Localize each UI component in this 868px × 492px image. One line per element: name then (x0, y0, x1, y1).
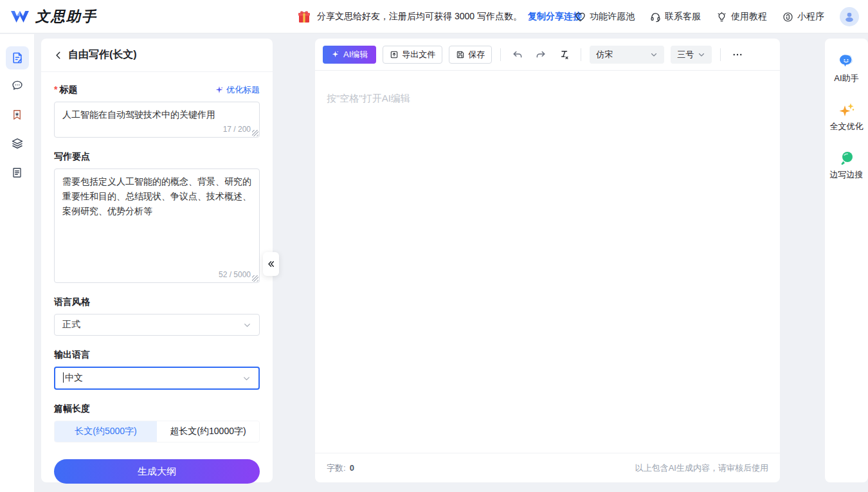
language-select[interactable]: 中文 (54, 367, 260, 390)
export-file-button[interactable]: 导出文件 (383, 46, 442, 64)
editor-statusbar: 字数: 0 以上包含AI生成内容，请审核后使用 (315, 453, 780, 482)
rail-item-documents[interactable] (7, 162, 28, 183)
right-tools-sidebar: AI助手 全文优化 边写边搜 (825, 39, 868, 482)
optimize-title-button[interactable]: 优化标题 (215, 84, 260, 96)
panel-title: 自由写作(长文) (68, 48, 137, 62)
toolbar-divider (581, 48, 581, 61)
undo-button[interactable] (509, 46, 526, 63)
more-button[interactable] (729, 46, 746, 63)
required-mark: * (54, 84, 57, 95)
tool-search-while-writing[interactable]: 边写边搜 (825, 150, 868, 181)
panel-header: 自由写作(长文) (41, 39, 273, 72)
toolbar-divider (720, 48, 721, 61)
title-field-header: *标题 优化标题 (54, 84, 260, 96)
word-count: 字数: 0 (327, 462, 354, 474)
word-count-value: 0 (350, 463, 354, 473)
logo-icon (10, 10, 30, 24)
panel-body: *标题 优化标题 人工智能在自动驾驶技术中的关键作用 17 / 200 (41, 72, 273, 484)
points-label: 写作要点 (54, 151, 90, 163)
layers-icon (11, 137, 24, 150)
gift-icon (297, 10, 311, 24)
toolbar-divider (500, 48, 501, 61)
points-field-header: 写作要点 (54, 150, 260, 163)
chevron-down-icon (650, 51, 658, 59)
rail-item-writing[interactable] (6, 46, 29, 69)
length-segment-control: 长文(约5000字) 超长文(约10000字) (54, 421, 260, 442)
length-label: 篇幅长度 (54, 403, 90, 415)
save-label: 保存 (468, 49, 485, 60)
miniprogram-icon (782, 12, 793, 23)
editor-content-area[interactable] (315, 71, 780, 453)
collapse-panel-button[interactable] (263, 252, 279, 276)
app-logo[interactable]: 文思助手 (10, 0, 97, 33)
length-option-long[interactable]: 长文(约5000字) (55, 421, 157, 442)
sparkles-icon (838, 102, 855, 118)
nav-label: 联系客服 (665, 11, 701, 23)
top-header: 文思助手 分享文思给好友，注册后均可获得 3000 写作点数。 复制分享连接 (0, 0, 868, 33)
length-option-extra-long[interactable]: 超长文(约10000字) (157, 421, 259, 442)
nav-tutorial[interactable]: 使用教程 (716, 11, 767, 23)
editor-toolbar: AI编辑 导出文件 (315, 39, 780, 71)
user-avatar[interactable] (840, 7, 859, 26)
app-root: 文思助手 分享文思给好友，注册后均可获得 3000 写作点数。 复制分享连接 (0, 0, 868, 492)
export-icon (390, 50, 399, 59)
style-label: 语言风格 (54, 296, 90, 308)
headset-icon (650, 12, 661, 23)
tool-label: 边写边搜 (830, 169, 863, 181)
text-cursor (63, 372, 64, 383)
nav-wishpool[interactable]: 功能许愿池 (575, 11, 635, 23)
resize-handle[interactable] (252, 130, 258, 136)
ai-content-notice: 以上包含AI生成内容，请审核后使用 (635, 462, 768, 474)
nav-support[interactable]: 联系客服 (650, 11, 701, 23)
nav-miniprogram[interactable]: 小程序 (782, 11, 824, 23)
editor-panel: AI编辑 导出文件 (315, 39, 780, 482)
language-field-header: 输出语言 (54, 349, 260, 361)
resize-handle[interactable] (252, 275, 258, 282)
doc-list-icon (11, 167, 23, 179)
promo-text: 分享文思给好友，注册后均可获得 3000 写作点数。 (317, 11, 522, 23)
sparkle-icon (215, 86, 224, 95)
style-select[interactable]: 正式 (54, 314, 260, 336)
save-button[interactable]: 保存 (449, 46, 492, 64)
clear-format-button[interactable] (556, 46, 572, 63)
font-size-value: 三号 (677, 49, 694, 60)
length-field-header: 篇幅长度 (54, 403, 260, 415)
logo-text: 文思助手 (35, 7, 97, 26)
bookmark-star-icon (11, 109, 23, 121)
generate-outline-button[interactable]: 生成大纲 (54, 459, 260, 484)
font-family-select[interactable]: 仿宋 (590, 46, 664, 64)
ai-edit-button[interactable]: AI编辑 (323, 46, 376, 64)
rail-item-chat[interactable] (7, 75, 28, 96)
tool-label: AI助手 (834, 73, 858, 84)
chat-bubble-icon (11, 79, 24, 92)
points-input[interactable]: 需要包括定义人工智能的的概念、背景、研究的重要性和目的、总结现状、争议点、技术概… (55, 169, 259, 282)
left-rail (0, 34, 35, 492)
language-select-value: 中文 (63, 372, 83, 384)
style-select-value: 正式 (62, 319, 80, 331)
chevron-down-icon (243, 321, 251, 329)
doc-edit-icon (11, 51, 24, 64)
tool-ai-assistant[interactable]: AI助手 (825, 54, 868, 84)
rail-item-favorites[interactable] (7, 104, 28, 125)
redo-button[interactable] (532, 46, 549, 63)
export-label: 导出文件 (402, 49, 435, 60)
tool-label: 全文优化 (830, 121, 863, 132)
rail-item-layers[interactable] (7, 133, 28, 154)
tool-full-text-optimize[interactable]: 全文优化 (825, 102, 868, 132)
title-input[interactable]: 人工智能在自动驾驶技术中的关键作用 (55, 102, 259, 137)
title-input-wrap: 人工智能在自动驾驶技术中的关键作用 17 / 200 (54, 102, 260, 138)
search-icon (839, 150, 854, 166)
sparkle-icon (331, 50, 339, 59)
nav-label: 小程序 (797, 11, 824, 23)
back-button[interactable] (54, 51, 63, 60)
ai-assistant-icon (838, 54, 855, 69)
lightbulb-icon (716, 12, 727, 23)
title-label: *标题 (54, 84, 77, 96)
header-nav: 功能许愿池 联系客服 (575, 0, 859, 33)
font-size-select[interactable]: 三号 (671, 46, 712, 64)
nav-label: 功能许愿池 (590, 11, 635, 23)
save-icon (456, 50, 465, 59)
ai-edit-label: AI编辑 (343, 49, 368, 60)
copy-share-link[interactable]: 复制分享连接 (528, 11, 582, 23)
chevron-down-icon (242, 374, 251, 383)
